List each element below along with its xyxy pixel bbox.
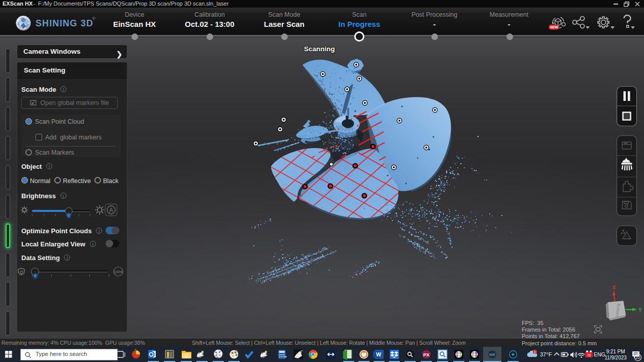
svg-text:PX: PX <box>423 352 429 357</box>
svg-text:SHINING 3D: SHINING 3D <box>36 18 93 28</box>
svg-text:1: 1 <box>534 350 536 354</box>
svg-text:Q: Q <box>20 270 23 275</box>
svg-text:7: 7 <box>300 349 303 354</box>
svg-text:HX: HX <box>489 352 495 357</box>
svg-text:37°F: 37°F <box>540 351 552 357</box>
svg-text:X: X <box>613 285 616 291</box>
svg-text:A: A <box>109 207 113 214</box>
svg-text:NEW: NEW <box>550 25 558 29</box>
svg-text:ENG: ENG <box>594 351 605 357</box>
svg-text:Y: Y <box>638 307 642 313</box>
svg-text:W: W <box>376 351 381 357</box>
svg-text:100%: 100% <box>114 270 123 274</box>
svg-text:9:21 PM: 9:21 PM <box>606 349 625 354</box>
svg-text:®: ® <box>92 16 95 21</box>
svg-text:15: 15 <box>587 353 591 357</box>
svg-text:22: 22 <box>636 355 640 360</box>
svg-text:11/9/2023: 11/9/2023 <box>604 355 627 360</box>
